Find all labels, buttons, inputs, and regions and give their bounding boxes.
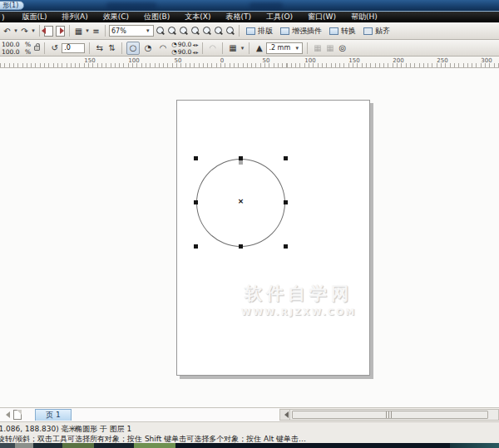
menu-item-layout[interactable]: 版面(L) xyxy=(15,12,55,22)
selection-handle-e[interactable] xyxy=(284,200,288,204)
scroll-left-icon xyxy=(281,411,289,418)
wrap-dropdown-icon[interactable]: ▾ xyxy=(240,42,245,54)
menubar: ) 版面(L) 排列(A) 效果(C) 位图(B) 文本(X) 表格(T) 工具… xyxy=(0,12,499,22)
undo-icon[interactable]: ↶ xyxy=(2,25,12,37)
toolbar-separator xyxy=(39,25,40,37)
arc-end-value[interactable]: 90.0 xyxy=(178,48,192,56)
to-back-icon[interactable]: ▦ xyxy=(324,42,335,54)
convert-to-curves-icon[interactable]: ◎ xyxy=(337,42,348,54)
menu-clipped-fragment: ) xyxy=(2,13,5,22)
ruler-label: 100 xyxy=(128,57,139,64)
menu-item-tools[interactable]: 工具(O) xyxy=(259,12,300,22)
selection-handle-w[interactable] xyxy=(194,200,198,204)
arc-mode-button[interactable]: ◠ xyxy=(156,42,170,55)
zoom-tool-icon[interactable] xyxy=(155,25,166,37)
change-direction-icon[interactable]: ◠ xyxy=(207,42,218,54)
ellipse-mode-button[interactable]: ○ xyxy=(126,42,140,55)
redo-dropdown-icon[interactable]: ▾ xyxy=(31,25,36,37)
lock-ratio-icon[interactable] xyxy=(34,46,40,51)
zoom-to-selection-icon[interactable] xyxy=(190,25,200,37)
titlebar-smudge xyxy=(106,2,156,9)
selection-handle-s[interactable] xyxy=(239,244,243,249)
toolbar-separator xyxy=(121,42,122,54)
scale-x-field[interactable] xyxy=(2,41,23,47)
snap-to-button[interactable]: 贴齐 xyxy=(360,24,393,37)
toolbar-separator xyxy=(89,42,90,54)
scrollbar-thumb[interactable] xyxy=(292,411,488,419)
pie-mode-button[interactable]: ◔ xyxy=(141,42,155,55)
zoom-level-combo[interactable]: 67% ▾ xyxy=(109,25,154,37)
zoom-out-icon[interactable] xyxy=(178,25,189,37)
standard-toolbar: ↶ ▾ ↷ ▾ ▦ ▾ ≡ 67% ▾ 排版 增强插件 xyxy=(0,22,499,40)
page-nav-back-icon[interactable] xyxy=(2,411,10,418)
ellipse-node[interactable] xyxy=(239,160,243,165)
scale-x-percent: % xyxy=(25,41,31,48)
property-bar: % % ↺ ⇆ ⇅ ○ ◔ ◠ ◔ 90.0 ◂▸ ◔ 90.0 ◂ xyxy=(0,40,499,57)
rotation-angle-field[interactable] xyxy=(62,43,85,53)
arc-start-inc-icon[interactable]: ▸ xyxy=(195,42,198,47)
menu-item-bitmaps[interactable]: 位图(B) xyxy=(136,12,177,22)
ruler-label: 150 xyxy=(84,57,95,64)
menu-item-effects[interactable]: 效果(C) xyxy=(96,12,136,22)
drawing-canvas[interactable]: 软件自学网 WWW.RJZXW.COM × xyxy=(0,68,499,407)
selection-handle-n[interactable] xyxy=(239,156,243,160)
redo-icon[interactable]: ↷ xyxy=(19,25,30,37)
plugins-icon xyxy=(280,27,289,35)
arc-start-value[interactable]: 90.0 xyxy=(178,41,192,48)
layout-label: 排版 xyxy=(258,26,273,37)
page-tab-1[interactable]: 页 1 xyxy=(35,409,72,421)
import-icon[interactable] xyxy=(43,25,54,37)
selection-handle-sw[interactable] xyxy=(194,244,198,249)
page-tab-area: 页 1 xyxy=(0,408,279,421)
plugins-button[interactable]: 增强插件 xyxy=(277,24,325,37)
layout-button[interactable]: 排版 xyxy=(243,24,276,37)
arc-end-dec-icon[interactable]: ◂ xyxy=(192,49,195,55)
scroll-left-button[interactable] xyxy=(280,410,290,420)
toolbar-separator xyxy=(105,25,106,37)
outline-pen-icon: ▲ xyxy=(254,42,264,54)
selection-handle-ne[interactable] xyxy=(284,156,288,160)
arc-start-icon: ◔ xyxy=(171,41,177,48)
scale-y-field[interactable] xyxy=(2,48,23,55)
mirror-horizontal-icon[interactable]: ⇆ xyxy=(94,42,105,54)
toolbar-separator xyxy=(249,42,250,54)
convert-button[interactable]: 转换 xyxy=(326,24,359,37)
layout-icon xyxy=(246,27,255,35)
toolbar-separator xyxy=(69,25,70,37)
mirror-vertical-icon[interactable]: ⇅ xyxy=(106,42,117,54)
zoom-to-width-icon[interactable] xyxy=(225,25,235,37)
launcher-dropdown-icon[interactable]: ▾ xyxy=(85,25,90,37)
window-title-fragment: 形(1) xyxy=(0,1,24,10)
horizontal-scrollbar[interactable] xyxy=(279,409,499,421)
import-doc-icon xyxy=(44,26,53,37)
selection-center-mark[interactable]: × xyxy=(236,197,245,206)
menu-item-table[interactable]: 表格(T) xyxy=(218,12,259,22)
menu-item-text[interactable]: 文本(X) xyxy=(177,12,218,22)
menu-item-arrange[interactable]: 排列(A) xyxy=(55,12,96,22)
menu-item-window[interactable]: 窗口(W) xyxy=(300,12,343,22)
toolbar-separator xyxy=(222,42,223,54)
outline-width-combo[interactable]: .2 mm ▾ xyxy=(266,42,303,54)
wrap-text-icon[interactable]: ▦ xyxy=(227,42,238,54)
convert-label: 转换 xyxy=(341,26,356,37)
ruler-label: 0 xyxy=(220,57,224,64)
horizontal-ruler: 150 100 50 0 50 100 150 200 250 300 xyxy=(0,57,499,68)
welcome-screen-icon[interactable]: ≡ xyxy=(91,25,101,37)
selection-handle-nw[interactable] xyxy=(194,156,198,160)
zoom-to-all-icon[interactable] xyxy=(201,25,212,37)
selected-object-info: 椭圆形 于 图层 1 xyxy=(75,424,131,433)
export-icon[interactable] xyxy=(55,25,66,37)
zoom-to-page-icon[interactable] xyxy=(213,25,224,37)
application-launcher-icon[interactable]: ▦ xyxy=(73,25,84,37)
selection-handle-se[interactable] xyxy=(284,244,288,249)
to-front-icon[interactable]: ▦ xyxy=(312,42,323,54)
add-page-icon[interactable] xyxy=(13,410,22,420)
ruler-label: 250 xyxy=(437,57,447,64)
convert-icon xyxy=(329,27,338,35)
undo-dropdown-icon[interactable]: ▾ xyxy=(13,25,18,37)
status-row-1: (1.086, 188.830) 毫米 椭圆形 于 图层 1 xyxy=(0,422,499,433)
arc-start-dec-icon[interactable]: ◂ xyxy=(192,42,195,47)
menu-item-help[interactable]: 帮助(H) xyxy=(343,12,385,22)
arc-end-inc-icon[interactable]: ▸ xyxy=(195,49,198,55)
zoom-in-icon[interactable] xyxy=(166,25,177,37)
